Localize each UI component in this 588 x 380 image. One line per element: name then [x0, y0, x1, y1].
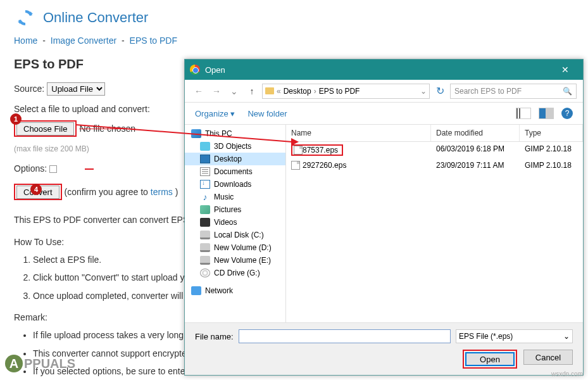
chevron-down-icon: ⌄	[563, 332, 570, 341]
source-select[interactable]: Upload File	[47, 82, 105, 96]
breadcrumb-image-converter[interactable]: Image Converter	[51, 35, 116, 46]
col-name[interactable]: Name	[286, 125, 431, 141]
documents-icon	[200, 167, 210, 176]
filename-input[interactable]	[239, 329, 451, 343]
file-type: GIMP 2.10.18	[520, 143, 583, 157]
3d-icon	[200, 142, 210, 151]
badge-1: 1	[10, 113, 22, 125]
options-label: Options:	[14, 162, 47, 175]
refresh-icon[interactable]: ↻	[432, 84, 447, 99]
cancel-button[interactable]: Cancel	[523, 350, 573, 365]
col-type[interactable]: Type	[520, 125, 583, 141]
tree-local-c[interactable]: Local Disk (C:)	[185, 229, 285, 241]
nav-up-icon[interactable]: ↑	[244, 84, 260, 99]
col-date[interactable]: Date modified	[431, 125, 520, 141]
music-icon: ♪	[200, 193, 210, 201]
tree-pictures[interactable]: Pictures	[185, 203, 285, 216]
folder-tree: This PC 3D Objects Desktop Documents Dow…	[185, 125, 286, 322]
terms-link[interactable]: terms	[151, 185, 173, 199]
desktop-icon	[200, 155, 210, 163]
agree-suffix: )	[175, 185, 178, 199]
tree-3d-objects[interactable]: 3D Objects	[185, 140, 285, 153]
file-icon	[291, 161, 300, 170]
breadcrumb: Home - Image Converter - EPS to PDF	[0, 35, 588, 49]
arrow-head	[291, 138, 299, 146]
search-icon: 🔍	[563, 87, 572, 96]
folder-icon	[265, 87, 274, 94]
tree-documents[interactable]: Documents	[185, 165, 285, 178]
path-desktop[interactable]: Desktop	[284, 87, 311, 96]
network-icon	[191, 286, 201, 295]
badge-4: 4	[30, 184, 42, 195]
preview-pane-button[interactable]	[539, 108, 554, 119]
tree-cd-g[interactable]: CD Drive (G:)	[185, 267, 285, 279]
search-input[interactable]: Search EPS to PDF 🔍	[450, 84, 577, 99]
file-list-header: Name Date modified Type	[286, 125, 583, 142]
file-type: GIMP 2.10.18	[520, 160, 583, 171]
dialog-titlebar: Open ✕	[185, 60, 583, 80]
logo-icon	[14, 6, 37, 29]
site-title: Online Converter	[43, 10, 148, 26]
filename-label: File name:	[195, 332, 234, 341]
disk-icon	[200, 243, 210, 252]
organize-menu[interactable]: Organize ▾	[195, 109, 235, 118]
disk-icon	[200, 231, 210, 239]
pictures-icon	[200, 205, 210, 214]
open-button[interactable]: Open	[465, 352, 515, 366]
file-icon	[294, 146, 303, 155]
dialog-title: Open	[205, 65, 553, 75]
open-dialog: Open ✕ ← → ⌄ ↑ « Desktop › EPS to PDF ⌄ …	[184, 59, 584, 376]
breadcrumb-home[interactable]: Home	[14, 35, 37, 46]
file-row[interactable]: 2927260.eps 23/09/2019 7:11 AM GIMP 2.10…	[286, 158, 583, 172]
file-name: 2927260.eps	[303, 161, 346, 170]
file-name: 87537.eps	[303, 146, 338, 155]
downloads-icon	[200, 180, 210, 189]
options-checkbox[interactable]	[49, 165, 57, 173]
new-folder-button[interactable]: New folder	[247, 109, 287, 118]
watermark: wsxdn.com	[551, 370, 583, 377]
search-placeholder: Search EPS to PDF	[454, 87, 522, 96]
file-date: 23/09/2019 7:11 AM	[431, 160, 520, 171]
tree-desktop[interactable]: Desktop	[185, 153, 285, 165]
strike-mark	[85, 168, 94, 170]
view-mode-button[interactable]	[516, 108, 531, 119]
path-epspdf[interactable]: EPS to PDF	[319, 87, 360, 96]
videos-icon	[200, 218, 210, 227]
file-row[interactable]: 87537.eps 06/03/2019 6:18 PM GIMP 2.10.1…	[286, 142, 583, 158]
source-label: Source:	[14, 82, 44, 96]
tree-volume-d[interactable]: New Volume (D:)	[185, 241, 285, 254]
nav-back-icon[interactable]: ←	[191, 84, 206, 99]
tree-volume-e[interactable]: New Volume (E:)	[185, 254, 285, 267]
breadcrumb-eps-pdf[interactable]: EPS to PDF	[130, 35, 177, 46]
path-bar[interactable]: « Desktop › EPS to PDF ⌄	[262, 84, 430, 99]
file-list: 87537.eps 06/03/2019 6:18 PM GIMP 2.10.1…	[286, 142, 583, 322]
cd-icon	[200, 269, 210, 277]
nav-forward-icon[interactable]: →	[209, 84, 224, 99]
chevron-down-icon[interactable]: ⌄	[420, 87, 427, 96]
filetype-select[interactable]: EPS File (*.eps)⌄	[456, 329, 573, 343]
tree-downloads[interactable]: Downloads	[185, 178, 285, 191]
agree-prefix: (confirm you agree to	[65, 185, 148, 199]
choose-file-button[interactable]: Choose File	[16, 122, 74, 136]
disk-icon	[200, 256, 210, 265]
help-icon[interactable]: ?	[561, 108, 573, 119]
close-button[interactable]: ✕	[553, 60, 578, 80]
tree-network[interactable]: Network	[185, 284, 285, 297]
file-date: 06/03/2019 6:18 PM	[431, 143, 520, 157]
nav-dropdown-icon[interactable]: ⌄	[227, 84, 242, 99]
chrome-icon	[190, 65, 200, 75]
tree-videos[interactable]: Videos	[185, 216, 285, 229]
tree-music[interactable]: ♪Music	[185, 191, 285, 203]
appuals-logo: APPUALS	[5, 355, 75, 372]
